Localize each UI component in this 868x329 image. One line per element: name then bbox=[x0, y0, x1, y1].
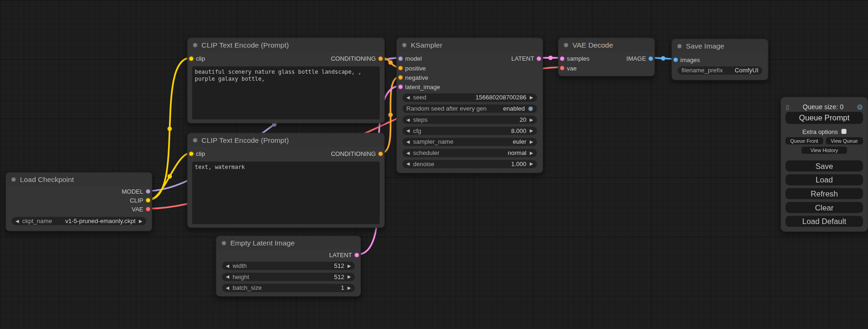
link-midpoint-dot[interactable] bbox=[388, 60, 393, 64]
queue-front-button[interactable]: Queue Front bbox=[785, 137, 823, 144]
arrow-right-icon[interactable]: ▶ bbox=[347, 262, 351, 270]
height-widget[interactable]: ◀ height 512 ▶ bbox=[222, 273, 355, 281]
output-slot-model: MODEL bbox=[6, 187, 152, 196]
arrow-left-icon[interactable]: ◀ bbox=[226, 262, 229, 270]
arrow-left-icon[interactable]: ◀ bbox=[406, 93, 409, 102]
samples-input-dot[interactable] bbox=[560, 56, 565, 61]
arrow-left-icon[interactable]: ◀ bbox=[406, 160, 409, 168]
arrow-left-icon[interactable]: ◀ bbox=[406, 138, 409, 146]
ckpt-name-widget[interactable]: ◀ ckpt_name v1-5-pruned-emaonly.ckpt ▶ bbox=[12, 217, 146, 225]
link-midpoint-dot[interactable] bbox=[661, 56, 665, 60]
node-title-bar[interactable]: CLIP Text Encode (Prompt) bbox=[188, 38, 384, 51]
width-widget[interactable]: ◀ width 512 ▶ bbox=[222, 262, 355, 270]
conditioning-output-dot[interactable] bbox=[378, 151, 383, 156]
collapse-dot-icon[interactable] bbox=[677, 43, 682, 49]
filename-prefix-widget[interactable]: filename_prefix ComfyUI bbox=[677, 66, 762, 75]
negative-prompt-textarea[interactable]: text, watermark bbox=[192, 161, 380, 224]
extra-options-checkbox[interactable] bbox=[841, 129, 847, 134]
positive-input-dot[interactable] bbox=[398, 65, 403, 70]
settings-gear-icon[interactable]: ⚙ bbox=[857, 103, 863, 111]
link-midpoint-dot[interactable] bbox=[168, 126, 172, 131]
widget-value: normal bbox=[508, 149, 526, 157]
collapse-dot-icon[interactable] bbox=[402, 42, 407, 48]
collapse-dot-icon[interactable] bbox=[193, 138, 198, 143]
link-midpoint-dot[interactable] bbox=[388, 112, 393, 117]
view-queue-button[interactable]: View Queue bbox=[826, 137, 863, 144]
input-label: negative bbox=[405, 74, 428, 80]
node-title-bar[interactable]: Empty Latent Image bbox=[217, 236, 360, 249]
positive-prompt-textarea[interactable]: beautiful scenery nature glass bottle la… bbox=[192, 66, 380, 119]
arrow-left-icon[interactable]: ◀ bbox=[406, 127, 409, 135]
arrow-right-icon[interactable]: ▶ bbox=[347, 273, 351, 281]
random-seed-toggle-widget[interactable]: Random seed after every gen enabled bbox=[402, 105, 537, 113]
node-save-image[interactable]: Save Image images filename_prefix ComfyU… bbox=[671, 39, 768, 80]
batch-size-widget[interactable]: ◀ batch_size 1 ▶ bbox=[222, 284, 355, 292]
input-label: clip bbox=[196, 55, 205, 62]
arrow-right-icon[interactable]: ▶ bbox=[529, 116, 533, 124]
node-clip-text-encode-negative[interactable]: CLIP Text Encode (Prompt) clip CONDITION… bbox=[187, 133, 385, 228]
node-empty-latent-image[interactable]: Empty Latent Image LATENT ◀ width 512 ▶ … bbox=[216, 236, 361, 296]
node-ksampler[interactable]: KSampler model LATENT positive negative … bbox=[396, 38, 543, 173]
model-input-dot[interactable] bbox=[398, 56, 403, 61]
arrow-right-icon[interactable]: ▶ bbox=[529, 93, 533, 102]
view-history-button[interactable]: View History bbox=[802, 147, 847, 154]
save-button[interactable]: Save bbox=[785, 161, 863, 172]
collapse-dot-icon[interactable] bbox=[193, 42, 198, 48]
node-load-checkpoint[interactable]: Load Checkpoint MODEL CLIP VAE ◀ ckpt_na… bbox=[6, 172, 152, 231]
latent-image-input-dot[interactable] bbox=[398, 84, 403, 89]
vae-input-dot[interactable] bbox=[560, 65, 565, 70]
arrow-left-icon[interactable]: ◀ bbox=[406, 116, 409, 124]
model-output-dot[interactable] bbox=[146, 189, 151, 194]
input-label: model bbox=[405, 55, 422, 62]
images-input-dot[interactable] bbox=[673, 57, 678, 62]
refresh-button[interactable]: Refresh bbox=[785, 188, 863, 199]
negative-input-dot[interactable] bbox=[398, 75, 403, 80]
load-button[interactable]: Load bbox=[785, 174, 863, 185]
queue-prompt-button[interactable]: Queue Prompt bbox=[785, 112, 863, 124]
seed-widget[interactable]: ◀ seed 156680208700286 ▶ bbox=[402, 93, 537, 102]
node-title-bar[interactable]: KSampler bbox=[397, 38, 543, 51]
collapse-dot-icon[interactable] bbox=[11, 177, 16, 182]
image-output-dot[interactable] bbox=[648, 56, 653, 61]
denoise-widget[interactable]: ◀ denoise 1.000 ▶ bbox=[402, 160, 537, 168]
clear-button[interactable]: Clear bbox=[785, 202, 863, 213]
link-midpoint-dot[interactable] bbox=[548, 56, 552, 60]
node-vae-decode[interactable]: VAE Decode samples IMAGE vae bbox=[558, 38, 655, 77]
clip-input-dot[interactable] bbox=[189, 151, 194, 156]
load-default-button[interactable]: Load Default bbox=[785, 216, 863, 227]
arrow-left-icon[interactable]: ◀ bbox=[15, 217, 19, 225]
latent-output-dot[interactable] bbox=[536, 56, 542, 61]
arrow-right-icon[interactable]: ▶ bbox=[139, 217, 142, 225]
node-title-bar[interactable]: VAE Decode bbox=[558, 38, 654, 51]
arrow-right-icon[interactable]: ▶ bbox=[529, 127, 533, 135]
sampler-name-widget[interactable]: ◀ sampler_name euler ▶ bbox=[402, 138, 537, 146]
arrow-right-icon[interactable]: ▶ bbox=[347, 284, 351, 292]
collapse-dot-icon[interactable] bbox=[221, 240, 226, 245]
arrow-right-icon[interactable]: ▶ bbox=[529, 138, 533, 146]
clip-input-dot[interactable] bbox=[189, 56, 194, 61]
arrow-left-icon[interactable]: ◀ bbox=[226, 284, 229, 292]
drag-handle-icon[interactable]: ⣿ bbox=[785, 104, 790, 110]
vae-output-dot[interactable] bbox=[146, 207, 151, 212]
arrow-right-icon[interactable]: ▶ bbox=[529, 160, 533, 168]
clip-output-dot[interactable] bbox=[146, 198, 151, 203]
latent-output-dot[interactable] bbox=[354, 252, 360, 258]
conditioning-output-dot[interactable] bbox=[378, 56, 383, 61]
node-clip-text-encode-positive[interactable]: CLIP Text Encode (Prompt) clip CONDITION… bbox=[187, 38, 385, 124]
cfg-widget[interactable]: ◀ cfg 8.000 ▶ bbox=[402, 127, 537, 135]
extra-options-row: Extra options bbox=[785, 128, 863, 135]
node-title-bar[interactable]: Load Checkpoint bbox=[6, 173, 152, 186]
toggle-dot[interactable] bbox=[528, 106, 533, 112]
node-graph-canvas[interactable]: Load Checkpoint MODEL CLIP VAE ◀ ckpt_na… bbox=[0, 0, 868, 329]
node-title-bar[interactable]: CLIP Text Encode (Prompt) bbox=[188, 133, 384, 147]
queue-menu-panel: ⣿ Queue size: 0 ⚙ Queue Prompt Extra opt… bbox=[781, 97, 868, 231]
arrow-right-icon[interactable]: ▶ bbox=[529, 149, 533, 157]
scheduler-widget[interactable]: ◀ scheduler normal ▶ bbox=[402, 149, 537, 157]
arrow-left-icon[interactable]: ◀ bbox=[406, 149, 409, 157]
collapse-dot-icon[interactable] bbox=[564, 42, 569, 48]
link-midpoint-dot[interactable] bbox=[168, 174, 172, 178]
widget-label: ckpt_name bbox=[22, 217, 52, 225]
arrow-left-icon[interactable]: ◀ bbox=[226, 273, 229, 281]
node-title-bar[interactable]: Save Image bbox=[672, 39, 768, 52]
steps-widget[interactable]: ◀ steps 20 ▶ bbox=[402, 116, 537, 124]
